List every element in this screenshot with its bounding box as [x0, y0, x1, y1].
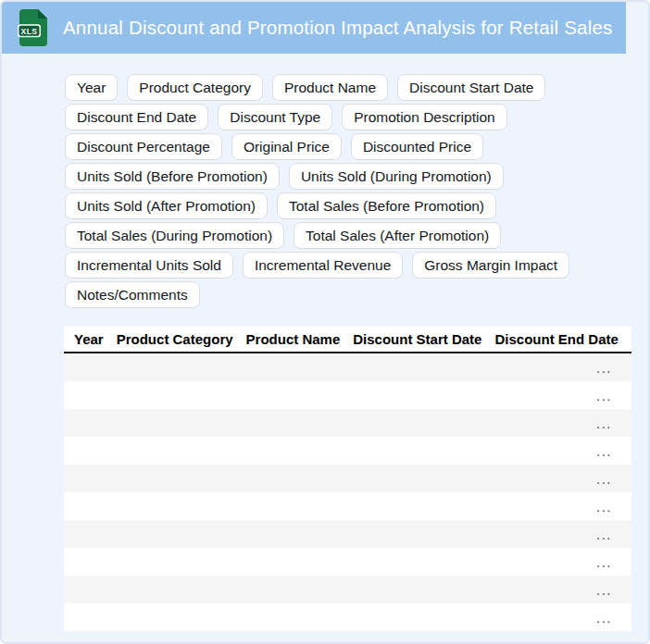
- table-row: ...: [64, 520, 631, 548]
- row-ellipsis: ...: [596, 527, 612, 541]
- column-chip[interactable]: Year: [65, 74, 118, 101]
- table-row: ...: [64, 353, 631, 381]
- column-chip[interactable]: Product Name: [272, 74, 388, 101]
- row-ellipsis: ...: [596, 444, 612, 458]
- table-column-header: Discount End Date: [494, 331, 618, 347]
- preview-table: YearProduct CategoryProduct NameDiscount…: [64, 327, 631, 631]
- table-column-header: Year: [74, 331, 104, 347]
- column-chip[interactable]: Product Category: [127, 74, 263, 101]
- row-ellipsis: ...: [596, 361, 612, 375]
- svg-text:XLS: XLS: [20, 27, 37, 36]
- column-chip[interactable]: Units Sold (After Promotion): [65, 192, 268, 219]
- table-column-header: Product Category: [117, 331, 233, 347]
- row-ellipsis: ...: [596, 555, 612, 569]
- table-row: ...: [64, 492, 631, 520]
- xls-file-icon: XLS: [18, 9, 47, 46]
- column-chip[interactable]: Total Sales (During Promotion): [65, 222, 284, 249]
- column-chip[interactable]: Discounted Price: [351, 133, 483, 160]
- column-chip[interactable]: Incremental Revenue: [243, 252, 403, 279]
- table-row: ...: [64, 464, 631, 492]
- row-ellipsis: ...: [596, 389, 612, 402]
- column-chip[interactable]: Total Sales (Before Promotion): [277, 192, 496, 219]
- column-chip[interactable]: Units Sold (During Promotion): [289, 163, 504, 190]
- column-chip[interactable]: Discount End Date: [65, 104, 208, 130]
- template-preview-card: XLS Annual Discount and Promotion Impact…: [0, 0, 650, 644]
- table-row: ...: [64, 381, 631, 409]
- column-chip[interactable]: Discount Start Date: [397, 74, 545, 101]
- table-body: ..............................: [64, 353, 631, 631]
- column-chip[interactable]: Promotion Description: [342, 104, 506, 130]
- row-ellipsis: ...: [596, 416, 612, 430]
- row-ellipsis: ...: [596, 611, 612, 625]
- table-row: ...: [64, 409, 631, 437]
- row-ellipsis: ...: [596, 583, 612, 597]
- column-chip[interactable]: Units Sold (Before Promotion): [65, 163, 280, 190]
- column-chip-list: YearProduct CategoryProduct NameDiscount…: [65, 74, 632, 308]
- row-ellipsis: ...: [596, 472, 612, 486]
- column-chip[interactable]: Incremental Units Sold: [65, 252, 233, 279]
- table-row: ...: [64, 603, 631, 631]
- column-chip[interactable]: Discount Type: [218, 104, 332, 130]
- table-row: ...: [64, 548, 631, 576]
- column-chip[interactable]: Gross Margin Impact: [412, 252, 569, 279]
- column-chip[interactable]: Discount Percentage: [65, 133, 222, 160]
- column-chip[interactable]: Original Price: [231, 133, 342, 160]
- table-column-header: Product Name: [246, 331, 341, 347]
- column-chip[interactable]: Notes/Comments: [65, 281, 200, 308]
- title-bar: XLS Annual Discount and Promotion Impact…: [2, 2, 626, 54]
- page-title: Annual Discount and Promotion Impact Ana…: [63, 17, 613, 39]
- table-row: ...: [64, 576, 631, 603]
- column-chip[interactable]: Total Sales (After Promotion): [294, 222, 501, 249]
- row-ellipsis: ...: [596, 500, 612, 514]
- table-header-row: YearProduct CategoryProduct NameDiscount…: [64, 327, 631, 353]
- table-column-header: Discount Start Date: [353, 331, 481, 347]
- table-row: ...: [64, 437, 631, 464]
